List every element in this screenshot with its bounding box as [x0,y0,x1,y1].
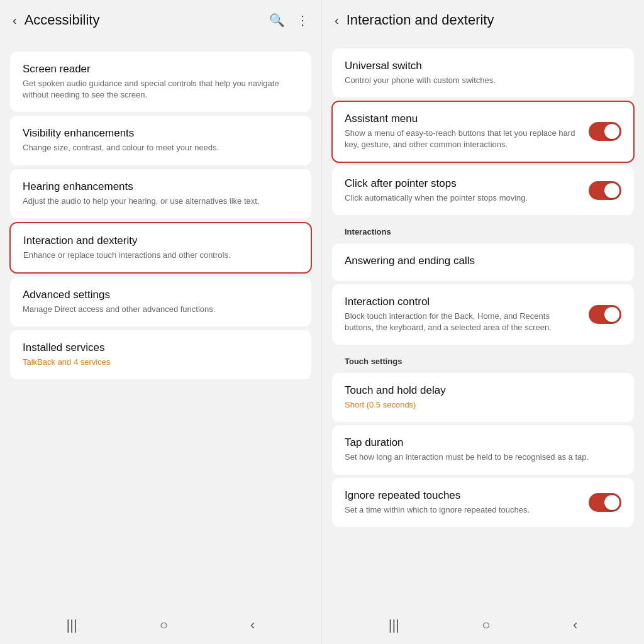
right-nav-home[interactable]: ○ [482,617,490,633]
more-icon[interactable]: ⋮ [296,13,309,28]
right-bottom-nav: ||| ○ ‹ [322,606,644,644]
advanced-settings-item[interactable]: Advanced settings Manage Direct access a… [10,277,311,326]
click-after-pointer-content: Click after pointer stops Click automati… [345,177,579,204]
universal-switch-title: Universal switch [345,60,611,72]
tap-duration-item[interactable]: Tap duration Set how long an interaction… [332,425,634,474]
left-settings-list: Screen reader Get spoken audio guidance … [0,40,321,606]
interaction-control-content: Interaction control Block touch interact… [345,296,579,333]
universal-switch-desc: Control your phone with custom switches. [345,75,611,86]
universal-switch-content: Universal switch Control your phone with… [345,60,611,86]
click-after-pointer-desc: Click automatically when the pointer sto… [345,192,579,204]
touch-hold-delay-title: Touch and hold delay [345,384,611,397]
interaction-control-title: Interaction control [345,296,579,308]
interaction-control-toggle[interactable] [589,305,621,324]
left-nav-back[interactable]: ‹ [250,617,255,633]
assistant-menu-toggle[interactable] [589,122,621,141]
click-after-pointer-toggle[interactable] [589,181,621,200]
installed-services-item[interactable]: Installed services TalkBack and 4 servic… [10,330,311,379]
hearing-enhancements-title: Hearing enhancements [23,180,299,193]
left-nav-recent[interactable]: ||| [67,617,77,633]
answering-calls-content: Answering and ending calls [345,255,611,270]
advanced-settings-desc: Manage Direct access and other advanced … [23,304,299,315]
left-header: ‹ Accessibility 🔍 ⋮ [0,0,321,40]
touch-hold-delay-desc: Short (0.5 seconds) [345,399,611,411]
ignore-repeated-touches-content: Ignore repeated touches Set a time withi… [345,489,579,516]
tap-duration-desc: Set how long an interaction must be held… [345,452,611,463]
assistant-menu-title: Assistant menu [345,113,579,125]
hearing-enhancements-desc: Adjust the audio to help your hearing, o… [23,196,299,207]
ignore-repeated-touches-item[interactable]: Ignore repeated touches Set a time withi… [332,478,634,527]
right-nav-recent[interactable]: ||| [389,617,399,633]
visibility-enhancements-desc: Change size, contrast, and colour to mee… [23,142,299,153]
installed-services-desc: TalkBack and 4 services [23,357,299,368]
touch-settings-section-label: Touch settings [322,348,644,370]
left-nav-home[interactable]: ○ [160,617,168,633]
screen-reader-item[interactable]: Screen reader Get spoken audio guidance … [10,52,311,112]
installed-services-title: Installed services [23,341,299,354]
left-back-button[interactable]: ‹ [13,13,17,28]
screen-reader-title: Screen reader [23,63,299,75]
right-panel: ‹ Interaction and dexterity Universal sw… [322,0,644,644]
assistant-menu-item[interactable]: Assistant menu Show a menu of easy-to-re… [331,101,635,162]
interaction-dexterity-title: Interaction and dexterity [23,235,298,247]
answering-calls-title: Answering and ending calls [345,255,611,267]
right-settings-list: Universal switch Control your phone with… [322,40,644,606]
interaction-control-desc: Block touch interaction for the Back, Ho… [345,311,579,333]
left-bottom-nav: ||| ○ ‹ [0,606,321,644]
ignore-repeated-touches-title: Ignore repeated touches [345,489,579,502]
ignore-repeated-touches-desc: Set a time within which to ignore repeat… [345,504,579,516]
visibility-enhancements-item[interactable]: Visibility enhancements Change size, con… [10,116,311,165]
interaction-dexterity-desc: Enhance or replace touch interactions an… [23,250,298,261]
right-back-button[interactable]: ‹ [335,13,339,28]
interactions-section-label: Interactions [322,218,644,240]
left-header-icons: 🔍 ⋮ [269,13,309,28]
right-header: ‹ Interaction and dexterity [322,0,644,40]
universal-switch-item[interactable]: Universal switch Control your phone with… [332,48,634,97]
right-nav-back[interactable]: ‹ [573,617,577,633]
click-after-pointer-title: Click after pointer stops [345,177,579,190]
tap-duration-content: Tap duration Set how long an interaction… [345,436,611,463]
interaction-dexterity-item[interactable]: Interaction and dexterity Enhance or rep… [9,222,312,274]
right-title: Interaction and dexterity [347,12,631,28]
assistant-menu-content: Assistant menu Show a menu of easy-to-re… [345,113,579,150]
advanced-settings-title: Advanced settings [23,289,299,301]
ignore-repeated-touches-toggle[interactable] [589,493,621,512]
left-title: Accessibility [25,12,269,28]
search-icon[interactable]: 🔍 [269,13,285,28]
assistant-menu-desc: Show a menu of easy-to-reach buttons tha… [345,128,579,150]
visibility-enhancements-title: Visibility enhancements [23,127,299,140]
interaction-control-item[interactable]: Interaction control Block touch interact… [332,284,634,345]
tap-duration-title: Tap duration [345,436,611,449]
answering-calls-item[interactable]: Answering and ending calls [332,243,634,281]
screen-reader-desc: Get spoken audio guidance and special co… [23,78,299,101]
hearing-enhancements-item[interactable]: Hearing enhancements Adjust the audio to… [10,169,311,218]
left-panel: ‹ Accessibility 🔍 ⋮ Screen reader Get sp… [0,0,322,644]
touch-hold-delay-item[interactable]: Touch and hold delay Short (0.5 seconds) [332,373,634,422]
click-after-pointer-item[interactable]: Click after pointer stops Click automati… [332,166,634,215]
touch-hold-delay-content: Touch and hold delay Short (0.5 seconds) [345,384,611,411]
